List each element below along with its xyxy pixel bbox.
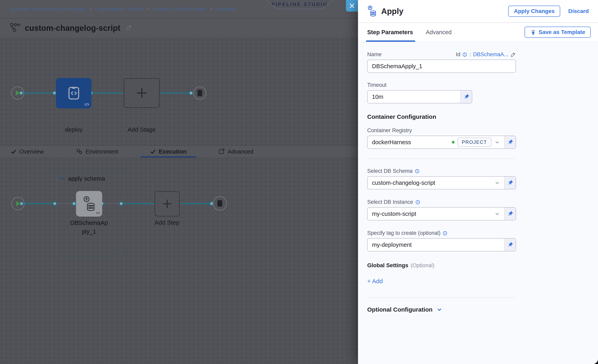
upload-icon: [530, 29, 536, 35]
info-icon[interactable]: [415, 200, 420, 205]
active-tab-underline: [366, 40, 415, 42]
add-stage-button[interactable]: [124, 78, 160, 108]
tag-input[interactable]: my-deployment: [368, 239, 504, 251]
connector-line: [22, 203, 56, 204]
pipeline-studio-region: Account: kurosakiichigo.songoku Organiza…: [0, 0, 358, 364]
id-label: Id: [456, 51, 460, 58]
name-input[interactable]: DBSchemaApply_1: [367, 60, 516, 73]
step-group-header[interactable]: apply schema: [60, 175, 105, 182]
db-instance-label-row: Select DB Instance: [367, 199, 598, 205]
code-badge-icon: [84, 102, 89, 107]
tab-chevron-icon: [60, 149, 64, 155]
stage-nav-tabs: Overview Environment Execution: [0, 145, 358, 158]
advanced-icon: [218, 149, 225, 155]
db-schema-label-row: Select DB Schema: [367, 168, 598, 174]
step-node-dbschemaapply[interactable]: [76, 191, 102, 217]
breadcrumb-project[interactable]: Project: Default Project: [153, 6, 206, 12]
apply-changes-button[interactable]: Apply Changes: [508, 6, 560, 17]
tab-step-advanced[interactable]: Advanced: [426, 29, 452, 36]
container-registry-field: dockerHarness PROJECT: [367, 136, 516, 149]
scope-badge: PROJECT: [457, 138, 491, 147]
discard-button[interactable]: Discard: [568, 8, 589, 14]
timeout-pin-button[interactable]: [460, 91, 472, 103]
pin-icon: [507, 242, 513, 248]
pipeline-studio-badge: PIPELINE STUDIO: [266, 0, 332, 9]
stage-label: deploy: [56, 126, 91, 133]
db-instance-dropdown[interactable]: my-custom-script: [368, 207, 504, 220]
pipeline-title: custom-changelog-script: [25, 24, 120, 33]
breadcrumb-chevron-icon: [89, 7, 92, 11]
tag-pin-button[interactable]: [504, 239, 515, 251]
add-global-setting-button[interactable]: + Add: [367, 278, 383, 285]
container-registry-value[interactable]: dockerHarness: [372, 139, 452, 146]
breadcrumb-organization[interactable]: Organization: default: [95, 6, 143, 12]
pin-icon: [507, 139, 513, 145]
step-group-label: apply schema: [68, 175, 105, 182]
id-separator: :: [469, 51, 471, 58]
plus-icon: [162, 199, 172, 209]
connector-dot: [72, 202, 76, 206]
optional-configuration-toggle[interactable]: Optional Configuration: [367, 306, 598, 313]
add-stage-label: Add Stage: [119, 126, 165, 133]
db-schema-dropdown[interactable]: custom-changelog-script: [368, 177, 504, 189]
tab-advanced[interactable]: Advanced: [218, 146, 253, 157]
add-step-button[interactable]: [154, 191, 180, 217]
pin-icon: [463, 94, 469, 100]
step-parameters-form: Name Id : DBSchemaA... DBSchemaApply_1 T…: [358, 43, 598, 364]
id-value[interactable]: DBSchemaA...: [473, 51, 508, 58]
info-icon[interactable]: [415, 169, 420, 174]
edit-pipeline-icon[interactable]: [126, 24, 133, 32]
tag-label-row: Specify tag to create (optional): [367, 230, 598, 236]
collapse-group-icon[interactable]: [60, 178, 65, 179]
edit-id-icon[interactable]: [510, 52, 516, 58]
db-schema-select: custom-changelog-script: [367, 176, 516, 189]
section-divider: [367, 158, 516, 159]
connected-status-dot: [452, 141, 455, 144]
connector-dot: [53, 202, 57, 206]
timeout-field: 10m: [367, 90, 472, 103]
tab-execution[interactable]: Execution: [150, 146, 187, 157]
pipeline-titlebar: custom-changelog-script VISUAL YAML: [0, 18, 358, 38]
breadcrumb-account[interactable]: Account: kurosakiichigo.songoku: [10, 6, 86, 12]
registry-pin-button[interactable]: [504, 136, 515, 149]
registry-chevron-down-icon[interactable]: [494, 139, 500, 145]
breadcrumb-pipelines[interactable]: Pipelines: [216, 6, 237, 12]
tag-field: my-deployment: [367, 238, 516, 251]
pin-icon: [507, 180, 513, 186]
plus-icon: [136, 87, 148, 99]
tab-chevron-icon: [132, 149, 136, 155]
chevron-down-icon: [436, 306, 443, 313]
chevron-down-icon[interactable]: [494, 180, 500, 186]
tab-step-parameters[interactable]: Step Parameters: [367, 29, 413, 36]
stop-icon: [217, 200, 222, 207]
environment-icon: [76, 149, 83, 155]
db-instance-label: Select DB Instance: [367, 199, 413, 205]
execution-canvas: apply schema: [0, 158, 358, 364]
info-icon[interactable]: [442, 231, 448, 236]
info-icon[interactable]: [462, 52, 467, 57]
db-schema-pin-button[interactable]: [504, 177, 515, 189]
db-apply-icon: [367, 5, 377, 17]
global-settings-row: Global Settings (Optional): [367, 262, 598, 269]
connector-dot: [119, 202, 123, 206]
optional-configuration-label: Optional Configuration: [367, 306, 432, 313]
db-schema-label: Select DB Schema: [367, 168, 413, 174]
step-label: DBSchemaApply_1: [69, 218, 109, 236]
connector-dot: [189, 91, 193, 95]
breadcrumb-chevron-icon: [147, 7, 150, 11]
chevron-down-icon[interactable]: [494, 211, 500, 217]
close-drawer-button[interactable]: [346, 0, 358, 12]
tab-environment[interactable]: Environment: [76, 146, 118, 157]
tab-overview[interactable]: Overview: [11, 146, 44, 157]
tab-chevron-icon: [202, 149, 206, 155]
timeout-input[interactable]: 10m: [368, 91, 460, 103]
db-instance-pin-button[interactable]: [504, 207, 515, 220]
save-as-template-button[interactable]: Save as Template: [525, 27, 591, 38]
connector-dot: [19, 91, 23, 95]
active-tab-underline: [141, 156, 196, 157]
db-apply-icon: [83, 196, 96, 212]
stage-node-deploy[interactable]: [56, 78, 91, 108]
connector-line: [22, 93, 194, 93]
drawer-title: Apply: [381, 7, 403, 16]
execution-end-node: [213, 196, 227, 211]
